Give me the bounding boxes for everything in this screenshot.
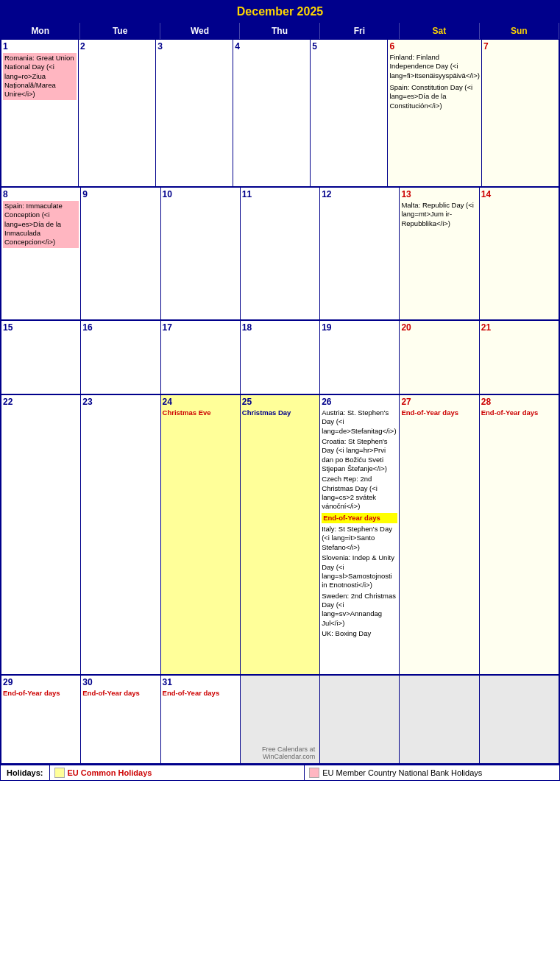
eu-national-swatch <box>309 768 319 778</box>
date-number: 7 <box>483 41 557 52</box>
date-number: 20 <box>401 322 477 333</box>
day-empty-4 <box>480 676 559 764</box>
day-17: 17 <box>161 321 241 394</box>
holiday-christmas-day: Christmas Day <box>242 408 318 417</box>
holiday-slovenia: Slovenia: Indep & Unity Day (<i lang=sl>… <box>322 553 397 589</box>
day-26: 26 Austria: St. Stephen's Day (<i lang=d… <box>320 395 400 675</box>
date-number: 14 <box>481 189 557 199</box>
day-empty-3 <box>400 676 479 764</box>
day-empty-1: Free Calendars at WinCalendar.com <box>241 676 320 764</box>
day-4: 4 <box>233 40 311 187</box>
eu-national-label: EU Member Country National Bank Holidays <box>322 768 482 777</box>
date-number: 12 <box>322 189 397 199</box>
day-16: 16 <box>81 321 160 394</box>
header-wed: Wed <box>160 23 240 39</box>
date-number: 23 <box>82 397 158 407</box>
holiday-text: Romania: Great Union National Day (<i la… <box>3 53 77 100</box>
week-2: 8 Spain: Immaculate Conception (<i lang=… <box>1 187 559 320</box>
calendar-header: Mon Tue Wed Thu Fri Sat Sun <box>1 23 559 39</box>
footer-eu-national: EU Member Country National Bank Holidays <box>304 765 559 780</box>
footer: Holidays: EU Common Holidays EU Member C… <box>1 764 559 780</box>
date-number: 5 <box>312 41 386 52</box>
holiday-uk: UK: Boxing Day <box>322 629 397 638</box>
holiday-eoy-30: End-of-Year days <box>82 689 158 698</box>
footer-eu-common: EU Common Holidays <box>49 765 305 780</box>
date-number: 19 <box>322 322 397 333</box>
date-number: 18 <box>242 322 318 333</box>
day-7: 7 <box>482 40 559 187</box>
day-15: 15 <box>1 321 81 394</box>
eu-common-label: EU Common Holidays <box>68 768 152 777</box>
holiday-croatia: Croatia: St Stephen's Day (<i lang=hr>Pr… <box>322 437 397 473</box>
date-number: 31 <box>163 677 238 687</box>
day-1: 1 Romania: Great Union National Day (<i … <box>1 40 79 187</box>
header-sat: Sat <box>400 23 479 39</box>
day-31: 31 End-of-Year days <box>161 676 241 764</box>
day-29: 29 End-of-Year days <box>1 676 81 764</box>
date-number: 15 <box>3 322 79 333</box>
day-2: 2 <box>79 40 156 187</box>
date-number: 26 <box>322 397 397 407</box>
holiday-end-of-year: End-of-Year days <box>322 513 397 523</box>
day-10: 10 <box>161 188 241 320</box>
date-number: 9 <box>82 189 158 199</box>
week-4: 22 23 24 Christmas Eve 25 Christmas Day … <box>1 394 559 675</box>
holiday-christmas-eve: Christmas Eve <box>163 408 238 417</box>
date-number: 2 <box>80 41 154 52</box>
date-number: 10 <box>163 189 238 199</box>
header-mon: Mon <box>1 23 80 39</box>
day-13: 13 Malta: Republic Day (<i lang=mt>Jum i… <box>400 188 479 320</box>
day-27: 27 End-of-Year days <box>400 395 479 675</box>
holiday-text: Spain: Constitution Day (<i lang=es>Día … <box>389 83 480 110</box>
holiday-sweden: Sweden: 2nd Christmas Day (<i lang=sv>An… <box>322 592 397 628</box>
date-number: 11 <box>242 189 318 199</box>
calendar-container: December 2025 Mon Tue Wed Thu Fri Sat Su… <box>0 0 560 781</box>
day-5: 5 <box>311 40 388 187</box>
holiday-italy: Italy: St Stephen's Day (<i lang=it>Sant… <box>322 525 397 552</box>
day-empty-2 <box>320 676 400 764</box>
date-number: 21 <box>481 322 557 333</box>
date-number: 13 <box>401 189 477 199</box>
day-24: 24 Christmas Eve <box>161 395 241 675</box>
date-number: 25 <box>242 397 318 407</box>
date-number: 28 <box>481 397 557 407</box>
day-12: 12 <box>320 188 400 320</box>
day-18: 18 <box>241 321 320 394</box>
holiday-eoy-31: End-of-Year days <box>163 689 238 698</box>
day-9: 9 <box>81 188 160 320</box>
holiday-austria: Austria: St. Stephen's Day (<i lang=de>S… <box>322 408 397 436</box>
week-5: 29 End-of-Year days 30 End-of-Year days … <box>1 675 559 764</box>
day-6: 6 Finland: Finland Independence Day (<i … <box>388 40 482 187</box>
day-22: 22 <box>1 395 81 675</box>
holiday-eoy-sat: End-of-Year days <box>401 408 477 417</box>
eu-common-swatch <box>54 768 65 778</box>
day-30: 30 End-of-Year days <box>81 676 160 764</box>
footer-holidays-label: Holidays: <box>1 765 49 780</box>
date-number: 24 <box>163 397 238 407</box>
date-number: 17 <box>163 322 238 333</box>
week-1: 1 Romania: Great Union National Day (<i … <box>1 39 559 187</box>
day-19: 19 <box>320 321 400 394</box>
day-28: 28 End-of-Year days <box>480 395 559 675</box>
day-20: 20 <box>400 321 479 394</box>
header-thu: Thu <box>240 23 319 39</box>
date-number: 22 <box>3 397 79 407</box>
header-sun: Sun <box>480 23 559 39</box>
holiday-text: Spain: Immaculate Conception (<i lang=es… <box>3 201 79 248</box>
date-number: 8 <box>3 189 79 199</box>
holiday-czech: Czech Rep: 2nd Christmas Day (<i lang=cs… <box>322 475 397 511</box>
holiday-text: Finland: Finland Independence Day (<i la… <box>389 53 480 80</box>
calendar-title: December 2025 <box>1 1 559 23</box>
date-number: 27 <box>401 397 477 407</box>
week-3: 15 16 17 18 19 20 21 <box>1 320 559 394</box>
day-11: 11 <box>241 188 320 320</box>
date-number: 29 <box>3 677 79 687</box>
day-25: 25 Christmas Day <box>241 395 320 675</box>
holiday-eoy-29: End-of-Year days <box>3 689 79 698</box>
date-number: 1 <box>3 41 77 52</box>
header-fri: Fri <box>320 23 400 39</box>
holiday-eoy-sun: End-of-Year days <box>481 408 557 417</box>
day-14: 14 <box>480 188 559 320</box>
date-number: 16 <box>82 322 158 333</box>
date-number: 3 <box>157 41 231 52</box>
